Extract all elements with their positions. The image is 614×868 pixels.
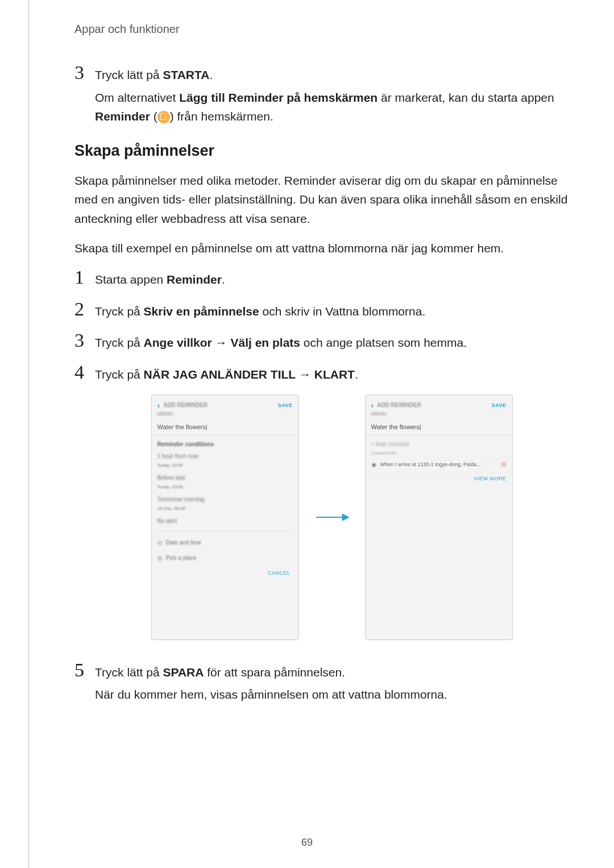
page-header: Appar och funktioner	[74, 23, 569, 36]
step-text: Tryck på Ange villkor → Välj en plats oc…	[95, 333, 569, 352]
text: Tryck lätt på	[95, 68, 163, 81]
location-text: When I arrive at 1130-1 Ingye-dong, Pald…	[380, 462, 481, 467]
cancel-label: CANCEL	[152, 566, 298, 580]
step-number: 3	[74, 63, 95, 82]
reminder-input: Water the flowers|	[366, 420, 512, 435]
step-number: 2	[74, 300, 95, 319]
step-text: Tryck på Skriv en påminnelse och skriv i…	[95, 302, 569, 321]
section-heading: Skapa påminnelser	[74, 142, 569, 160]
text-cursor: |	[206, 423, 208, 430]
pin-icon: ◉	[371, 461, 377, 468]
list-item: No alert	[152, 514, 298, 528]
step-text: Tryck på NÄR JAG ANLÄNDER TILL → KLART.	[95, 365, 569, 384]
conditions-header: Reminder conditions	[152, 435, 298, 450]
step-text: Tryck lätt på SPARA för att spara påminn…	[95, 663, 569, 682]
phone-mock-left: ‹ ADD REMINDER SAVE MEMO Water the flowe…	[151, 394, 299, 640]
text: (	[150, 110, 157, 123]
reminder-input: Water the flowers|	[152, 420, 298, 435]
clock-icon: ◴	[157, 539, 163, 546]
back-chevron-icon: ‹	[157, 401, 160, 410]
step-number: 3	[74, 331, 95, 350]
bold-text: Reminder	[167, 273, 222, 286]
text: .	[355, 368, 358, 381]
screen-title: ADD REMINDER	[163, 402, 277, 408]
text: Date and time	[166, 539, 201, 546]
reminder-app-icon	[157, 111, 170, 123]
condition-label: CONDITION	[366, 451, 512, 457]
running-text: Om alternativet Lägg till Reminder på he…	[95, 88, 569, 126]
step-text: Starta appen Reminder.	[95, 270, 569, 289]
arrow-icon	[315, 512, 349, 523]
bold-text: Reminder	[95, 110, 150, 123]
text: Tryck lätt på	[95, 666, 163, 679]
list-item: 1 hour from now	[152, 450, 298, 463]
option-row: ◎Pick a place	[152, 550, 298, 566]
text: Starta appen	[95, 273, 167, 286]
bold-text: STARTA	[163, 68, 209, 81]
step-number: 4	[74, 363, 95, 382]
divider	[157, 531, 293, 531]
location-condition-row: ◉ When I arrive at 1130-1 Ingye-dong, Pa…	[366, 457, 512, 472]
option-row: ◴Date and time	[152, 535, 298, 550]
memo-label: MEMO	[366, 411, 512, 420]
page-number: 69	[0, 837, 614, 849]
view-more-label: VIEW MORE	[366, 472, 512, 485]
bold-text: Skriv en påminnelse	[144, 305, 259, 318]
paragraph: Skapa påminnelser med olika metoder. Rem…	[74, 171, 569, 229]
back-chevron-icon: ‹	[371, 401, 374, 410]
bold-text: SPARA	[163, 666, 204, 679]
running-text: När du kommer hem, visas påminnelsen om …	[95, 685, 569, 704]
text: och ange platsen som hemma.	[300, 336, 467, 349]
text: →	[296, 368, 314, 381]
memo-label: MEMO	[152, 411, 298, 420]
add-checklist-row: + Add checklist	[366, 435, 512, 451]
list-item: 24 Dec, 08:00	[152, 506, 298, 514]
text: Water the flowers	[157, 423, 206, 430]
bold-text: Ange villkor	[144, 336, 212, 349]
screen-title: ADD REMINDER	[377, 402, 491, 408]
list-item: Tomorrow morning	[152, 493, 298, 506]
save-label: SAVE	[492, 402, 507, 408]
text: →	[212, 336, 231, 349]
screenshot-mockups: ‹ ADD REMINDER SAVE MEMO Water the flowe…	[95, 394, 569, 640]
text: Tryck på	[95, 305, 144, 318]
step-text: Tryck lätt på STARTA.	[95, 65, 569, 85]
text: och skriv in Vattna blommorna.	[259, 305, 426, 318]
list-item: Today, 23:00	[152, 484, 298, 493]
text: ) från hemskärmen.	[170, 110, 273, 123]
text: .	[209, 68, 213, 81]
text: för att spara påminnelsen.	[204, 666, 345, 679]
bold-text: KLART	[314, 368, 355, 381]
list-item: Before bed	[152, 471, 298, 484]
step-number: 1	[74, 268, 95, 287]
text: Tryck på	[95, 336, 144, 349]
bold-text: NÄR JAG ANLÄNDER TILL	[144, 368, 296, 381]
text: Water the flowers	[371, 423, 420, 430]
text: Pick a place	[166, 555, 197, 561]
svg-marker-1	[342, 514, 349, 521]
text: .	[222, 273, 225, 286]
save-label: SAVE	[278, 402, 293, 408]
text-cursor: |	[420, 423, 421, 430]
text: är markerat, kan du starta appen	[377, 91, 554, 104]
text: Tryck på	[95, 368, 144, 381]
list-item: Today, 19:05	[152, 463, 298, 471]
text: Om alternativet	[95, 91, 179, 104]
step-number: 5	[74, 661, 95, 680]
phone-mock-right: ‹ ADD REMINDER SAVE MEMO Water the flowe…	[365, 394, 513, 640]
paragraph: Skapa till exempel en påminnelse om att …	[74, 239, 569, 258]
bold-text: Lägg till Reminder på hemskärmen	[179, 91, 377, 104]
delete-icon: ☒	[501, 461, 507, 468]
bold-text: Välj en plats	[230, 336, 300, 349]
pin-icon: ◎	[157, 555, 163, 561]
